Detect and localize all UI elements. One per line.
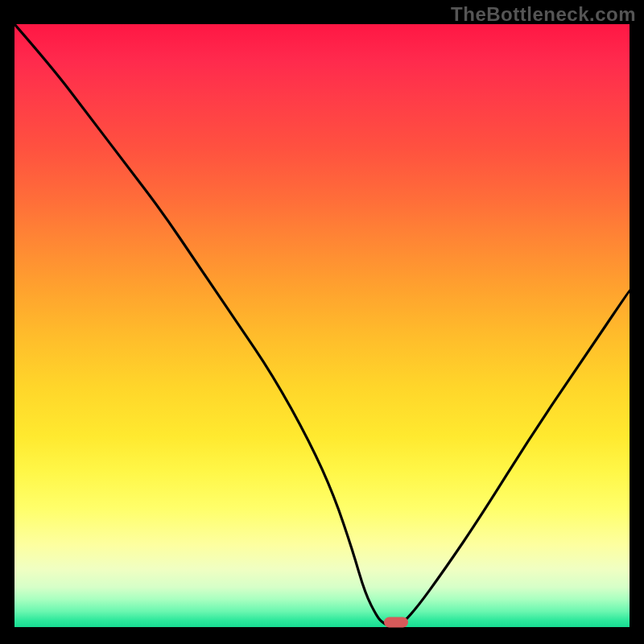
bottleneck-curve bbox=[14, 24, 630, 630]
watermark-text: TheBottleneck.com bbox=[451, 3, 636, 26]
optimal-point-marker bbox=[384, 617, 408, 628]
chart-frame: TheBottleneck.com bbox=[0, 0, 644, 644]
plot-area bbox=[14, 24, 630, 630]
